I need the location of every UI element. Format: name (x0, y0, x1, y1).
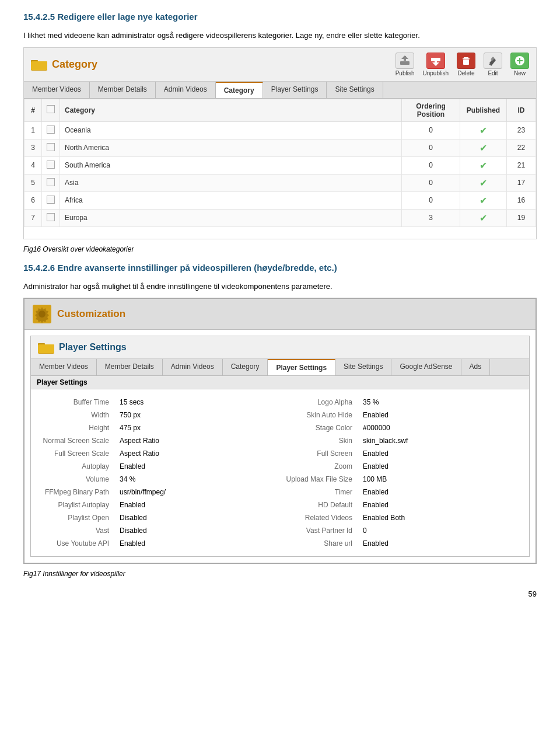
setting-value: Enabled (358, 461, 522, 472)
row-published: ✔ (460, 191, 507, 209)
custom-header: Customization (24, 299, 536, 330)
table-row: 4 South America 0 ✔ 21 (24, 156, 536, 174)
row-checkbox[interactable] (42, 139, 60, 156)
setting-row: Height 475 px (38, 422, 279, 434)
edit-label: Edit (488, 70, 498, 76)
row-order: 0 (402, 174, 460, 191)
setting-label: Upload Max File Size (281, 473, 357, 485)
row-checkbox[interactable] (42, 121, 60, 139)
setting-row: Playlist Open Disabled (38, 512, 279, 524)
nav-member-videos[interactable]: Member Videos (24, 82, 90, 98)
row-id: 21 (507, 156, 536, 174)
setting-row: Vast Disabled (38, 525, 279, 536)
publish-icon (396, 53, 414, 69)
panel-title: Category (52, 58, 97, 71)
ps-nav-player-settings[interactable]: Player Settings (268, 359, 335, 375)
setting-row: Skin skin_black.swf (281, 435, 522, 447)
setting-row: HD Default Enabled (281, 499, 522, 511)
nav-member-details[interactable]: Member Details (90, 82, 156, 98)
ps-nav-member-videos[interactable]: Member Videos (31, 359, 97, 375)
setting-label: Related Videos (281, 512, 357, 524)
svg-rect-11 (463, 60, 469, 65)
setting-label: Height (38, 422, 114, 434)
nav-category[interactable]: Category (216, 82, 263, 98)
table-row: 1 Oceania 0 ✔ 23 (24, 121, 536, 139)
setting-row: Logo Alpha 35 % (281, 396, 522, 408)
delete-button[interactable]: Delete (457, 53, 475, 76)
col-num: # (24, 99, 42, 121)
col-check (42, 99, 60, 121)
setting-value: Enabled (358, 448, 522, 459)
nav-site-settings[interactable]: Site Settings (327, 82, 383, 98)
folder-icon-2 (38, 341, 54, 354)
new-button[interactable]: New (510, 53, 529, 76)
row-category: North America (60, 139, 402, 156)
setting-value: usr/bin/ffmpeg/ (115, 486, 279, 498)
setting-value: 34 % (115, 473, 279, 485)
col-id: ID (507, 99, 536, 121)
setting-value: Enabled (358, 486, 522, 498)
nav-player-settings[interactable]: Player Settings (263, 82, 327, 98)
category-nav: Member Videos Member Details Admin Video… (24, 82, 536, 99)
col-ordering: Ordering Position (402, 99, 460, 121)
setting-value: Aspect Ratio (115, 435, 279, 447)
ps-nav-admin-videos[interactable]: Admin Videos (163, 359, 223, 375)
setting-value: Disabled (115, 512, 279, 524)
gear-icon (33, 305, 51, 323)
setting-row: Share url Enabled (281, 538, 522, 549)
row-checkbox[interactable] (42, 191, 60, 209)
player-settings-panel: Player Settings Member Videos Member Det… (30, 336, 530, 557)
row-checkbox[interactable] (42, 209, 60, 226)
setting-label: Timer (281, 486, 357, 498)
folder-icon (31, 58, 47, 71)
svg-rect-16 (517, 60, 523, 61)
setting-label: Width (38, 409, 114, 421)
table-row: 6 Africa 0 ✔ 16 (24, 191, 536, 209)
nav-admin-videos[interactable]: Admin Videos (156, 82, 216, 98)
setting-label: Zoom (281, 461, 357, 472)
setting-label: Logo Alpha (281, 396, 357, 408)
ps-nav-ads[interactable]: Ads (461, 359, 491, 375)
setting-label: Playlist Autoplay (38, 499, 114, 511)
setting-value: 475 px (115, 422, 279, 434)
edit-button[interactable]: Edit (484, 53, 502, 76)
svg-rect-3 (400, 61, 410, 65)
setting-value: 750 px (115, 409, 279, 421)
customization-title: Customization (57, 308, 125, 320)
setting-value: Enabled Both (358, 512, 522, 524)
svg-rect-21 (38, 344, 54, 353)
row-published: ✔ (460, 156, 507, 174)
setting-row: Playlist Autoplay Enabled (38, 499, 279, 511)
setting-label: Full Screen (281, 448, 357, 459)
setting-label: Buffer Time (38, 396, 114, 408)
row-num: 1 (24, 121, 42, 139)
setting-value: Enabled (358, 499, 522, 511)
section1-title: 15.4.2.5 Redigere eller lage nye kategor… (23, 12, 537, 22)
player-settings-title: Player Settings (59, 342, 127, 353)
ps-nav-category[interactable]: Category (223, 359, 268, 375)
publish-button[interactable]: Publish (396, 53, 415, 76)
row-category: Oceania (60, 121, 402, 139)
row-checkbox[interactable] (42, 156, 60, 174)
row-order: 3 (402, 209, 460, 226)
ps-nav-member-details[interactable]: Member Details (97, 359, 163, 375)
col-category: Category (60, 99, 402, 121)
ps-nav-google-adsense[interactable]: Google AdSense (391, 359, 461, 375)
setting-value: 15 secs (115, 396, 279, 408)
row-category: Africa (60, 191, 402, 209)
ps-nav-site-settings[interactable]: Site Settings (335, 359, 391, 375)
new-label: New (514, 70, 526, 76)
fig16-caption: Fig16 Oversikt over videokategorier (23, 245, 537, 253)
panel-header: Category Publish Unpublish (24, 48, 536, 82)
setting-row: Zoom Enabled (281, 461, 522, 472)
section2-title: 15.4.2.6 Endre avanserte innstillinger p… (23, 263, 537, 273)
row-checkbox[interactable] (42, 174, 60, 191)
setting-row: Autoplay Enabled (38, 461, 279, 472)
setting-value: skin_black.swf (358, 435, 522, 447)
svg-rect-2 (31, 61, 47, 70)
header-checkbox[interactable] (47, 105, 55, 113)
setting-value: 100 MB (358, 473, 522, 485)
settings-left-col: Buffer Time 15 secs Width 750 px Height … (37, 393, 280, 553)
unpublish-button[interactable]: Unpublish (423, 53, 449, 76)
row-num: 6 (24, 191, 42, 209)
